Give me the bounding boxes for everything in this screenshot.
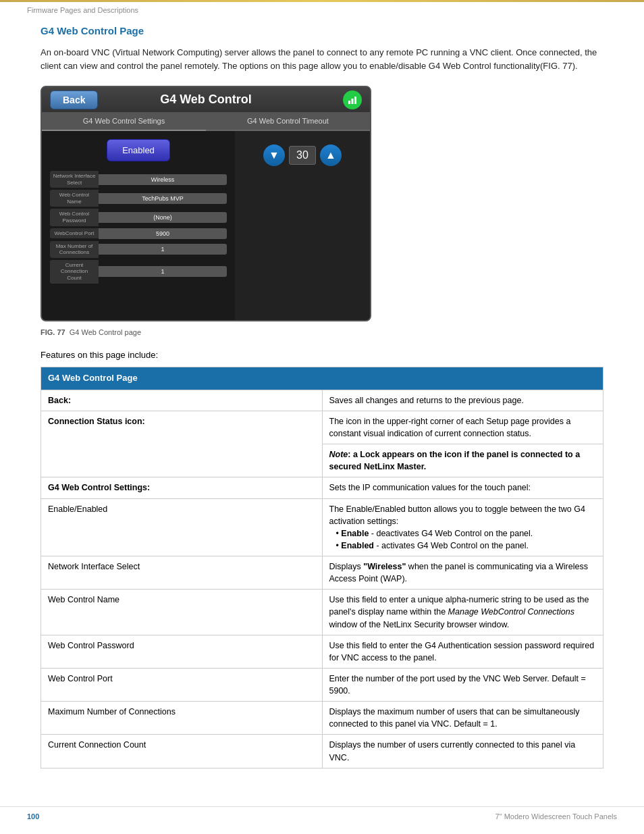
note-italic-label: Note xyxy=(329,450,348,459)
page-footer: 100 7" Modero Widescreen Touch Panels xyxy=(0,806,644,820)
section-title: G4 Web Control Page xyxy=(41,25,603,36)
table-row: Web Control Port Enter the number of the… xyxy=(41,668,603,701)
settings-label-network: Network Interface Select xyxy=(50,171,99,188)
settings-value-network: Wireless xyxy=(99,174,227,185)
bold-enable: Enable xyxy=(341,529,369,538)
table-label-back: Back: xyxy=(41,390,323,411)
table-desc-connstatus: The icon in the upper-right corner of ea… xyxy=(322,411,603,444)
table-desc-connstatus-note: Note: a Lock appears on the icon if the … xyxy=(322,444,603,477)
italic-manage: Manage WebControl Connections xyxy=(448,607,574,617)
bullet-enable: Enable - deactivates G4 Web Control on t… xyxy=(336,527,597,540)
breadcrumb: Firmware Pages and Descriptions xyxy=(0,2,644,18)
table-header-row: G4 Web Control Page xyxy=(41,367,603,390)
intro-text: An on-board VNC (Virtual Network Computi… xyxy=(41,46,603,72)
svg-rect-1 xyxy=(352,99,354,104)
table-row: Network Interface Select Displays "Wirel… xyxy=(41,556,603,590)
settings-row-maxconn: Max Number of Connections 1 xyxy=(50,241,227,258)
table-label-enable: Enable/Enabled xyxy=(41,498,323,556)
settings-table: Network Interface Select Wireless Web Co… xyxy=(50,171,227,286)
fig-label: FIG. 77 xyxy=(41,328,65,336)
table-label-conncount: Current Connection Count xyxy=(41,735,323,768)
ui-panel-tabs: G4 Web Control Settings G4 Web Control T… xyxy=(42,112,370,131)
table-label-wcname: Web Control Name xyxy=(41,590,323,635)
table-row: G4 Web Control Settings: Sets the IP com… xyxy=(41,477,603,498)
settings-row-network: Network Interface Select Wireless xyxy=(50,171,227,188)
footer-product: 7" Modero Widescreen Touch Panels xyxy=(495,812,617,820)
settings-row-conncount: Current Connection Count 1 xyxy=(50,260,227,284)
table-desc-wcname: Use this field to enter a unique alpha-n… xyxy=(322,590,603,635)
table-row: Maximum Number of Connections Displays t… xyxy=(41,702,603,735)
ui-left-panel: Enabled Network Interface Select Wireles… xyxy=(42,131,235,320)
settings-value-maxconn: 1 xyxy=(99,244,227,255)
ui-panel-title: G4 Web Control xyxy=(160,93,252,107)
table-label-maxconn: Maximum Number of Connections xyxy=(41,702,323,735)
table-row: Web Control Password Use this field to e… xyxy=(41,635,603,668)
table-desc-back: Saves all changes and returns to the pre… xyxy=(322,390,603,411)
settings-value-password: (None) xyxy=(99,212,227,223)
ui-panel-header: Back G4 Web Control xyxy=(42,87,370,112)
timeout-increase-button[interactable]: ▲ xyxy=(320,145,342,166)
ui-right-panel: ▼ 30 ▲ xyxy=(235,131,370,320)
tab-g4-timeout[interactable]: G4 Web Control Timeout xyxy=(206,112,370,131)
table-desc-netinterface: Displays "Wireless" when the panel is co… xyxy=(322,556,603,590)
table-label-wcport: Web Control Port xyxy=(41,668,323,701)
settings-label-name: Web Control Name xyxy=(50,190,99,207)
ui-panel-body: Enabled Network Interface Select Wireles… xyxy=(42,131,370,320)
table-desc-wcpassword: Use this field to enter the G4 Authentic… xyxy=(322,635,603,668)
table-label-g4settings: G4 Web Control Settings: xyxy=(41,477,323,498)
table-row: Current Connection Count Displays the nu… xyxy=(41,735,603,768)
enable-button[interactable]: Enabled xyxy=(107,139,170,161)
table-desc-maxconn: Displays the maximum number of users tha… xyxy=(322,702,603,735)
table-row: Enable/Enabled The Enable/Enabled button… xyxy=(41,498,603,556)
timeout-value: 30 xyxy=(289,146,316,165)
tab-g4-settings[interactable]: G4 Web Control Settings xyxy=(42,112,206,131)
settings-row-password: Web Control Password (None) xyxy=(50,209,227,226)
page-number: 100 xyxy=(27,812,39,820)
settings-label-port: WebControl Port xyxy=(50,228,99,239)
table-label-netinterface: Network Interface Select xyxy=(41,556,323,590)
features-intro: Features on this page include: xyxy=(41,350,603,360)
ui-panel-screenshot: Back G4 Web Control G4 Web Control Setti… xyxy=(41,86,371,321)
bold-enabled: Enabled xyxy=(341,541,374,550)
settings-value-conncount: 1 xyxy=(99,266,227,277)
back-button[interactable]: Back xyxy=(50,90,98,109)
settings-label-password: Web Control Password xyxy=(50,209,99,226)
settings-value-port: 5900 xyxy=(99,228,227,239)
connection-status-icon xyxy=(343,90,362,109)
table-header-cell: G4 Web Control Page xyxy=(41,367,603,390)
timeout-decrease-button[interactable]: ▼ xyxy=(263,145,285,166)
svg-rect-2 xyxy=(354,97,356,104)
fig-caption: FIG. 77 G4 Web Control page xyxy=(41,328,603,336)
settings-label-maxconn: Max Number of Connections xyxy=(50,241,99,258)
features-table: G4 Web Control Page Back: Saves all chan… xyxy=(41,367,603,768)
table-label-connstatus: Connection Status icon: xyxy=(41,411,323,477)
table-row: Back: Saves all changes and returns to t… xyxy=(41,390,603,411)
timeout-controls: ▼ 30 ▲ xyxy=(263,145,342,166)
settings-label-conncount: Current Connection Count xyxy=(50,260,99,284)
settings-row-name: Web Control Name TechPubs MVP xyxy=(50,190,227,207)
table-desc-wcport: Enter the number of the port used by the… xyxy=(322,668,603,701)
fig-text: G4 Web Control page xyxy=(70,328,141,336)
table-desc-enable: The Enable/Enabled button allows you to … xyxy=(322,498,603,556)
bullet-enabled: Enabled - activates G4 Web Control on th… xyxy=(336,540,597,552)
settings-row-port: WebControl Port 5900 xyxy=(50,228,227,239)
table-row: Connection Status icon: The icon in the … xyxy=(41,411,603,444)
settings-value-name: TechPubs MVP xyxy=(99,193,227,204)
table-row: Web Control Name Use this field to enter… xyxy=(41,590,603,635)
table-label-wcpassword: Web Control Password xyxy=(41,635,323,668)
table-desc-g4settings: Sets the IP communication values for the… xyxy=(322,477,603,498)
svg-rect-0 xyxy=(348,101,350,104)
table-desc-conncount: Displays the number of users currently c… xyxy=(322,735,603,768)
